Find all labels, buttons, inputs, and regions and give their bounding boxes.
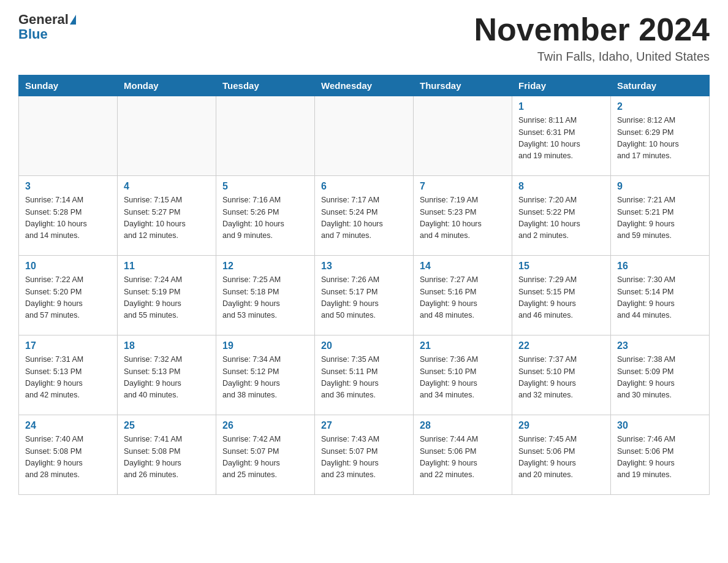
day-number: 30: [617, 420, 703, 431]
calendar-day-cell: [19, 96, 118, 176]
day-info: Sunrise: 7:14 AM Sunset: 5:28 PM Dayligh…: [25, 194, 111, 242]
day-of-week-header: Friday: [512, 75, 611, 96]
day-number: 5: [222, 181, 308, 192]
day-info: Sunrise: 8:12 AM Sunset: 6:29 PM Dayligh…: [617, 115, 703, 163]
day-of-week-header: Wednesday: [315, 75, 414, 96]
day-info: Sunrise: 7:34 AM Sunset: 5:12 PM Dayligh…: [222, 354, 308, 402]
calendar-day-cell: 25Sunrise: 7:41 AM Sunset: 5:08 PM Dayli…: [118, 415, 216, 495]
day-of-week-header: Saturday: [611, 75, 710, 96]
calendar-day-cell: [414, 96, 512, 176]
day-number: 16: [617, 261, 703, 272]
calendar-day-cell: 9Sunrise: 7:21 AM Sunset: 5:21 PM Daylig…: [611, 176, 710, 256]
calendar-day-cell: 22Sunrise: 7:37 AM Sunset: 5:10 PM Dayli…: [512, 335, 611, 415]
calendar-week-row: 3Sunrise: 7:14 AM Sunset: 5:28 PM Daylig…: [19, 176, 710, 256]
calendar-day-cell: 1Sunrise: 8:11 AM Sunset: 6:31 PM Daylig…: [512, 96, 611, 176]
calendar-day-cell: [315, 96, 414, 176]
calendar-day-cell: 17Sunrise: 7:31 AM Sunset: 5:13 PM Dayli…: [19, 335, 118, 415]
day-info: Sunrise: 7:43 AM Sunset: 5:07 PM Dayligh…: [321, 434, 407, 481]
days-of-week-row: SundayMondayTuesdayWednesdayThursdayFrid…: [19, 75, 710, 96]
day-info: Sunrise: 7:27 AM Sunset: 5:16 PM Dayligh…: [420, 274, 506, 322]
day-number: 15: [518, 261, 604, 272]
calendar-day-cell: [216, 96, 315, 176]
day-info: Sunrise: 7:38 AM Sunset: 5:09 PM Dayligh…: [617, 354, 703, 402]
day-info: Sunrise: 7:15 AM Sunset: 5:27 PM Dayligh…: [124, 194, 210, 242]
calendar-week-row: 24Sunrise: 7:40 AM Sunset: 5:08 PM Dayli…: [19, 415, 710, 495]
day-info: Sunrise: 7:31 AM Sunset: 5:13 PM Dayligh…: [25, 354, 111, 402]
calendar-day-cell: 20Sunrise: 7:35 AM Sunset: 5:11 PM Dayli…: [315, 335, 414, 415]
calendar-day-cell: 3Sunrise: 7:14 AM Sunset: 5:28 PM Daylig…: [19, 176, 118, 256]
day-number: 28: [420, 420, 506, 431]
day-number: 27: [321, 420, 407, 431]
day-info: Sunrise: 7:24 AM Sunset: 5:19 PM Dayligh…: [124, 274, 210, 322]
calendar-day-cell: 14Sunrise: 7:27 AM Sunset: 5:16 PM Dayli…: [414, 256, 512, 335]
calendar-day-cell: 18Sunrise: 7:32 AM Sunset: 5:13 PM Dayli…: [118, 335, 216, 415]
day-number: 14: [420, 261, 506, 272]
day-info: Sunrise: 7:26 AM Sunset: 5:17 PM Dayligh…: [321, 274, 407, 322]
day-info: Sunrise: 7:45 AM Sunset: 5:06 PM Dayligh…: [518, 434, 604, 481]
day-info: Sunrise: 7:36 AM Sunset: 5:10 PM Dayligh…: [420, 354, 506, 402]
day-of-week-header: Thursday: [414, 75, 512, 96]
calendar-day-cell: 10Sunrise: 7:22 AM Sunset: 5:20 PM Dayli…: [19, 256, 118, 335]
calendar-day-cell: 11Sunrise: 7:24 AM Sunset: 5:19 PM Dayli…: [118, 256, 216, 335]
day-number: 10: [25, 261, 111, 272]
calendar-day-cell: 8Sunrise: 7:20 AM Sunset: 5:22 PM Daylig…: [512, 176, 611, 256]
calendar-day-cell: 30Sunrise: 7:46 AM Sunset: 5:06 PM Dayli…: [611, 415, 710, 495]
day-info: Sunrise: 7:46 AM Sunset: 5:06 PM Dayligh…: [617, 434, 703, 481]
calendar-title: November 2024: [474, 12, 710, 47]
day-number: 12: [222, 261, 308, 272]
calendar-week-row: 17Sunrise: 7:31 AM Sunset: 5:13 PM Dayli…: [19, 335, 710, 415]
calendar-subtitle: Twin Falls, Idaho, United States: [474, 50, 710, 64]
day-of-week-header: Sunday: [19, 75, 118, 96]
calendar-day-cell: 19Sunrise: 7:34 AM Sunset: 5:12 PM Dayli…: [216, 335, 315, 415]
calendar-day-cell: 26Sunrise: 7:42 AM Sunset: 5:07 PM Dayli…: [216, 415, 315, 495]
day-info: Sunrise: 7:40 AM Sunset: 5:08 PM Dayligh…: [25, 434, 111, 481]
calendar-week-row: 1Sunrise: 8:11 AM Sunset: 6:31 PM Daylig…: [19, 96, 710, 176]
day-number: 29: [518, 420, 604, 431]
calendar-day-cell: 6Sunrise: 7:17 AM Sunset: 5:24 PM Daylig…: [315, 176, 414, 256]
day-info: Sunrise: 7:19 AM Sunset: 5:23 PM Dayligh…: [420, 194, 506, 242]
day-of-week-header: Monday: [118, 75, 216, 96]
day-number: 7: [420, 181, 506, 192]
day-number: 23: [617, 340, 703, 351]
calendar-day-cell: 28Sunrise: 7:44 AM Sunset: 5:06 PM Dayli…: [414, 415, 512, 495]
day-number: 9: [617, 181, 703, 192]
day-number: 1: [518, 101, 604, 112]
day-number: 18: [124, 340, 210, 351]
day-info: Sunrise: 7:21 AM Sunset: 5:21 PM Dayligh…: [617, 194, 703, 242]
day-info: Sunrise: 7:25 AM Sunset: 5:18 PM Dayligh…: [222, 274, 308, 322]
calendar-table: SundayMondayTuesdayWednesdayThursdayFrid…: [18, 75, 710, 495]
calendar-day-cell: 7Sunrise: 7:19 AM Sunset: 5:23 PM Daylig…: [414, 176, 512, 256]
calendar-day-cell: 2Sunrise: 8:12 AM Sunset: 6:29 PM Daylig…: [611, 96, 710, 176]
day-number: 3: [25, 181, 111, 192]
day-number: 4: [124, 181, 210, 192]
calendar-day-cell: 29Sunrise: 7:45 AM Sunset: 5:06 PM Dayli…: [512, 415, 611, 495]
day-number: 19: [222, 340, 308, 351]
day-number: 6: [321, 181, 407, 192]
day-info: Sunrise: 7:20 AM Sunset: 5:22 PM Dayligh…: [518, 194, 604, 242]
calendar-week-row: 10Sunrise: 7:22 AM Sunset: 5:20 PM Dayli…: [19, 256, 710, 335]
day-number: 22: [518, 340, 604, 351]
calendar-day-cell: 12Sunrise: 7:25 AM Sunset: 5:18 PM Dayli…: [216, 256, 315, 335]
day-number: 8: [518, 181, 604, 192]
calendar-day-cell: 27Sunrise: 7:43 AM Sunset: 5:07 PM Dayli…: [315, 415, 414, 495]
day-info: Sunrise: 7:32 AM Sunset: 5:13 PM Dayligh…: [124, 354, 210, 402]
day-number: 11: [124, 261, 210, 272]
day-info: Sunrise: 7:41 AM Sunset: 5:08 PM Dayligh…: [124, 434, 210, 481]
calendar-day-cell: 15Sunrise: 7:29 AM Sunset: 5:15 PM Dayli…: [512, 256, 611, 335]
day-of-week-header: Tuesday: [216, 75, 315, 96]
day-info: Sunrise: 7:30 AM Sunset: 5:14 PM Dayligh…: [617, 274, 703, 322]
day-info: Sunrise: 7:16 AM Sunset: 5:26 PM Dayligh…: [222, 194, 308, 242]
day-info: Sunrise: 7:29 AM Sunset: 5:15 PM Dayligh…: [518, 274, 604, 322]
calendar-day-cell: 13Sunrise: 7:26 AM Sunset: 5:17 PM Dayli…: [315, 256, 414, 335]
calendar-day-cell: 23Sunrise: 7:38 AM Sunset: 5:09 PM Dayli…: [611, 335, 710, 415]
logo-general-text: General: [18, 12, 69, 27]
day-info: Sunrise: 7:22 AM Sunset: 5:20 PM Dayligh…: [25, 274, 111, 322]
calendar-day-cell: 21Sunrise: 7:36 AM Sunset: 5:10 PM Dayli…: [414, 335, 512, 415]
calendar-day-cell: 4Sunrise: 7:15 AM Sunset: 5:27 PM Daylig…: [118, 176, 216, 256]
logo: General Blue: [18, 12, 76, 42]
day-number: 24: [25, 420, 111, 431]
calendar-day-cell: [118, 96, 216, 176]
title-section: November 2024 Twin Falls, Idaho, United …: [474, 12, 710, 64]
day-number: 21: [420, 340, 506, 351]
day-info: Sunrise: 7:35 AM Sunset: 5:11 PM Dayligh…: [321, 354, 407, 402]
